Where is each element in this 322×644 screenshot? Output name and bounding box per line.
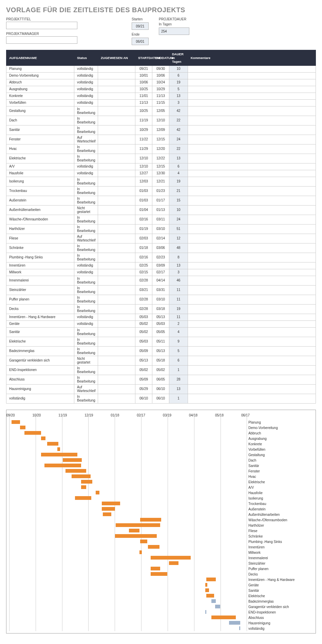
table-row[interactable]: HvacIn Bearbeitung11/2912/2022	[6, 144, 316, 154]
duration-unit: In Tagen	[159, 22, 189, 26]
gantt-bar	[65, 469, 87, 473]
task-duration: 46	[169, 276, 188, 286]
task-duration: 15	[169, 196, 188, 206]
table-row[interactable]: SanitärIn Bearbeitung10/2912/0942	[6, 125, 316, 135]
meta-row: PROJEKTTITEL PROJEKTMANAGER Starten 09/2…	[6, 17, 316, 45]
gantt-row: Sanitär	[11, 588, 314, 593]
table-row[interactable]: DachIn Bearbeitung11/1912/1022	[6, 116, 316, 125]
task-comments	[188, 366, 316, 375]
table-row[interactable]: Konkretevollständig11/0111/1313	[6, 93, 316, 100]
table-row[interactable]: vollständigIn Bearbeitung06/1006/101	[6, 394, 316, 404]
table-row[interactable]: Demo-Vorbereitungvollständig10/0110/066	[6, 73, 316, 79]
task-assigned	[98, 356, 135, 366]
gantt-bar	[102, 502, 120, 505]
task-assigned	[98, 66, 135, 73]
table-row[interactable]: IsolierungIn Bearbeitung12/0312/2119	[6, 177, 316, 187]
table-row[interactable]: Hausfolievollständig12/2712/304	[6, 170, 316, 177]
task-start: 10/25	[135, 86, 152, 93]
task-duration: 6	[169, 356, 188, 366]
table-row[interactable]: Vorbefüllenvollständig11/1311/153	[6, 100, 316, 106]
table-row[interactable]: FensterAuf Warteschleif11/2212/1524	[6, 135, 316, 144]
table-row[interactable]: AußensteinIn Bearbeitung01/0301/1715	[6, 196, 316, 206]
task-start: 03/21	[135, 286, 152, 295]
gantt-rows: PlanungDemo-VorbereitungAbbruchAusgrabun…	[11, 419, 314, 631]
task-status: In Bearbeitung	[74, 177, 98, 187]
task-start: 01/03	[135, 196, 152, 206]
task-status: Nicht gestartet	[74, 206, 98, 215]
task-start: 11/19	[135, 116, 152, 125]
task-status: vollständig	[74, 321, 98, 328]
task-status: In Bearbeitung	[74, 394, 98, 404]
task-status: In Bearbeitung	[74, 243, 98, 253]
table-row[interactable]: HarthölzerIn Bearbeitung01/1903/1051	[6, 225, 316, 234]
table-row[interactable]: Plumbing -Hang SinksIn Bearbeitung02/160…	[6, 253, 316, 262]
table-row[interactable]: SanitärIn Bearbeitung05/0205/054	[6, 328, 316, 337]
table-row[interactable]: DecksIn Bearbeitung02/2803/1819	[6, 305, 316, 314]
task-status: In Bearbeitung	[74, 295, 98, 305]
table-row[interactable]: Innentürenvollständig02/2503/0913	[6, 262, 316, 269]
table-row[interactable]: Puffer planenIn Bearbeitung02/2803/1011	[6, 295, 316, 305]
gantt-row-label: A/V	[248, 486, 314, 489]
gantt-row-label: Hausreinigung	[248, 621, 314, 625]
col-start: STARTDATUM	[135, 50, 152, 66]
table-row[interactable]: Innentüren - Hang & Hardwarevollständig0…	[6, 314, 316, 321]
gantt-row-label: END-Inspektionen	[248, 610, 314, 614]
task-end: 05/18	[152, 356, 169, 366]
task-name: Innenmalerei	[6, 276, 74, 286]
table-row[interactable]: Gerätevollständig05/0205/032	[6, 321, 316, 328]
task-assigned	[98, 116, 135, 125]
table-row[interactable]: ElektrischeIn Bearbeitung05/0305/119	[6, 337, 316, 347]
task-duration: 2	[169, 321, 188, 328]
task-end: 10/29	[152, 86, 169, 93]
task-duration: 5	[169, 86, 188, 93]
task-end: 06/05	[152, 375, 169, 385]
gantt-bar	[72, 474, 91, 478]
task-comments	[188, 163, 316, 170]
table-row[interactable]: SteinzählerIn Bearbeitung03/2103/3111	[6, 286, 316, 295]
task-start: 02/03	[135, 234, 152, 243]
table-row[interactable]: A/Vvollständig12/1012/156	[6, 163, 316, 170]
task-start: 02/15	[135, 269, 152, 276]
task-name: Sanitär	[6, 125, 74, 135]
task-comments	[188, 356, 316, 366]
table-row[interactable]: BadezimmerglasIn Bearbeitung05/0905/135	[6, 347, 316, 356]
table-row[interactable]: Planungvollständig09/2109/3010	[6, 66, 316, 73]
gantt-row: Schränke	[11, 533, 314, 539]
task-start: 02/16	[135, 253, 152, 262]
table-row[interactable]: Wäsche-/OfenraumbodenIn Bearbeitung02/16…	[6, 215, 316, 225]
gantt-bar	[151, 572, 167, 576]
table-row[interactable]: AbschlussIn Bearbeitung05/0906/0528	[6, 375, 316, 385]
gantt-row: vollständig	[11, 626, 314, 631]
gantt-row: Isolierung	[11, 495, 314, 501]
task-assigned	[98, 196, 135, 206]
gantt-bar	[103, 512, 112, 516]
table-row[interactable]: GestaltungIn Bearbeitung10/2512/0542	[6, 106, 316, 116]
task-assigned	[98, 347, 135, 356]
table-row[interactable]: AußenhüllenarbeitenNicht gestartet01/040…	[6, 206, 316, 215]
task-duration: 51	[169, 225, 188, 234]
task-assigned	[98, 295, 135, 305]
gantt-bar	[115, 534, 157, 538]
gantt-bar	[96, 491, 99, 494]
task-start: 02/28	[135, 276, 152, 286]
table-row[interactable]: SchränkeIn Bearbeitung01/1803/0648	[6, 243, 316, 253]
table-row[interactable]: Ausgrabungvollständig10/2510/295	[6, 86, 316, 93]
table-row[interactable]: Garagentür verkleiden sichNicht gestarte…	[6, 356, 316, 366]
task-assigned	[98, 125, 135, 135]
table-row[interactable]: FlieseAuf Warteschleif02/0302/1412	[6, 234, 316, 243]
tasks-table: AUFGABENNAME Status ZUGEWIESEN AN STARTD…	[6, 50, 316, 404]
table-row[interactable]: END-InspektionenIn Bearbeitung05/0205/02…	[6, 366, 316, 375]
gantt-row: Fenster	[11, 468, 314, 474]
table-row[interactable]: Millworkvollständig02/1502/173	[6, 269, 316, 276]
table-row[interactable]: InnenmalereiIn Bearbeitung02/2804/1446	[6, 276, 316, 286]
task-comments	[188, 116, 316, 125]
task-status: In Bearbeitung	[74, 196, 98, 206]
table-row[interactable]: Abbruchvollständig10/0610/2419	[6, 79, 316, 86]
table-row[interactable]: ElektrischeIn Bearbeitung12/1012/2213	[6, 154, 316, 163]
table-row[interactable]: TrockenbauIn Bearbeitung01/0301/2321	[6, 187, 316, 196]
gantt-row-label: vollständig	[248, 627, 314, 630]
gantt-bar	[140, 540, 147, 543]
table-row[interactable]: HausreinigungAuf Warteschleif05/2906/101…	[6, 385, 316, 394]
project-title-input[interactable]	[6, 22, 77, 29]
project-manager-input[interactable]	[6, 36, 77, 44]
